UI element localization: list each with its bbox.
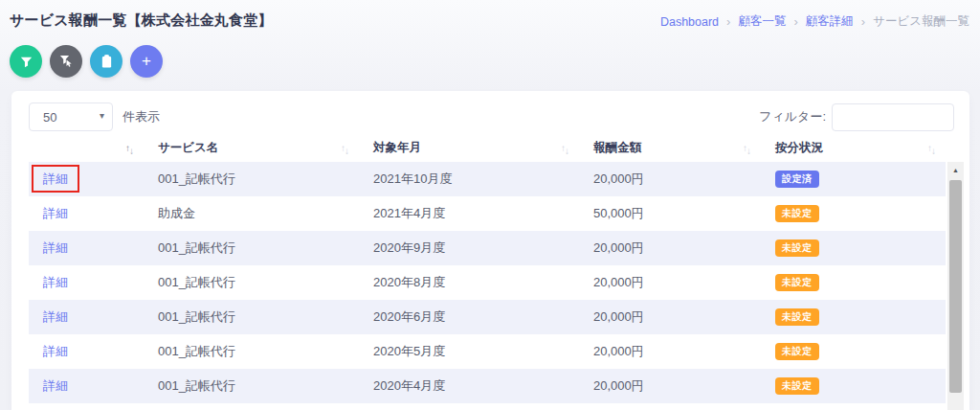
target-month-cell: 2020年6月度 [359, 300, 579, 334]
detail-link[interactable]: 詳細 [43, 274, 68, 291]
scroll-up-button[interactable]: ▲ [947, 162, 964, 178]
status-badge: 未設定 [775, 239, 819, 257]
sort-icon[interactable]: ↑↓ [561, 144, 569, 153]
filter-clear-button[interactable] [50, 45, 82, 78]
amount-cell: 20,000円 [579, 369, 761, 403]
sort-icon[interactable]: ↑↓ [125, 144, 134, 153]
detail-link[interactable]: 詳細 [43, 308, 68, 326]
detail-link[interactable]: 詳細 [43, 171, 68, 188]
column-header-amount[interactable]: 報酬金額 ↑↓ [579, 134, 761, 162]
scroll-up-arrow-icon: ▲ [952, 167, 959, 173]
service-name-cell: 001_記帳代行 [144, 334, 359, 369]
report-button[interactable] [90, 45, 122, 78]
table-body: 詳細 001_記帳代行 2021年10月度 20,000円 設定済 詳細 助成金… [29, 162, 946, 403]
target-month-cell: 2020年4月度 [359, 369, 579, 403]
breadcrumb-customer-list[interactable]: 顧客一覧 [738, 13, 786, 30]
filter-apply-button[interactable] [10, 45, 42, 78]
status-badge: 未設定 [775, 274, 819, 291]
target-month-cell: 2021年10月度 [359, 162, 579, 196]
detail-link[interactable]: 詳細 [43, 205, 68, 222]
breadcrumb-separator-icon: › [726, 14, 730, 29]
column-header-allocation-status[interactable]: 按分状況 ↑↓ [761, 134, 946, 162]
amount-cell: 20,000円 [579, 334, 761, 369]
table-row: 詳細 001_記帳代行 2020年6月度 20,000円 未設定 [29, 300, 946, 334]
table-row: 詳細 001_記帳代行 2020年5月度 20,000円 未設定 [29, 334, 946, 369]
breadcrumb-separator-icon: › [861, 14, 865, 29]
breadcrumb-dashboard[interactable]: Dashboard [660, 15, 719, 29]
target-month-cell: 2020年9月度 [359, 231, 579, 265]
status-badge: 未設定 [775, 308, 819, 326]
sort-icon[interactable]: ↑↓ [341, 144, 349, 153]
table-row: 詳細 001_記帳代行 2021年10月度 20,000円 設定済 [29, 162, 946, 196]
plus-icon: + [142, 53, 151, 69]
filter-label: フィルター: [759, 108, 826, 125]
amount-cell: 50,000円 [579, 196, 761, 231]
table-header: ↑↓ サービス名 ↑↓ 対象年月 ↑↓ 報酬金額 ↑↓ 按分状況 ↑↓ [29, 134, 946, 162]
table-scrollbar[interactable]: ▲ [947, 162, 964, 410]
status-badge: 設定済 [775, 171, 819, 188]
column-header-target-month[interactable]: 対象年月 ↑↓ [359, 134, 579, 162]
breadcrumb-separator-icon: › [793, 14, 797, 29]
table-row: 詳細 001_記帳代行 2020年9月度 20,000円 未設定 [29, 231, 946, 265]
breadcrumb-customer-detail[interactable]: 顧客詳細 [806, 13, 854, 30]
clipboard-document-icon [100, 55, 113, 68]
table-row: 詳細 助成金 2021年4月度 50,000円 未設定 [29, 196, 946, 231]
page-title: サービス報酬一覧【株式会社金丸食堂】 [10, 11, 273, 30]
filter-funnel-icon [20, 56, 33, 68]
status-badge: 未設定 [775, 377, 819, 395]
service-name-cell: 001_記帳代行 [144, 369, 359, 403]
breadcrumb-current: サービス報酬一覧 [873, 13, 969, 30]
page-length-select[interactable]: 50 [29, 102, 113, 131]
service-name-cell: 001_記帳代行 [144, 231, 359, 265]
detail-link[interactable]: 詳細 [43, 377, 68, 395]
target-month-cell: 2021年4月度 [359, 196, 579, 231]
amount-cell: 20,000円 [579, 265, 761, 300]
status-badge: 未設定 [775, 205, 819, 222]
column-header-service-name[interactable]: サービス名 ↑↓ [144, 134, 359, 162]
service-name-cell: 001_記帳代行 [144, 265, 359, 300]
table-controls: 50 ▾ 件表示 フィルター: [29, 102, 954, 131]
scrollbar-thumb[interactable] [949, 180, 962, 393]
target-month-cell: 2020年5月度 [359, 334, 579, 369]
table-row: 詳細 001_記帳代行 2020年8月度 20,000円 未設定 [29, 265, 946, 300]
service-name-cell: 001_記帳代行 [144, 162, 359, 196]
detail-link[interactable]: 詳細 [43, 343, 68, 360]
target-month-cell: 2020年8月度 [359, 265, 579, 300]
breadcrumb: Dashboard › 顧客一覧 › 顧客詳細 › サービス報酬一覧 [660, 13, 969, 30]
detail-link[interactable]: 詳細 [43, 239, 68, 257]
column-header-detail[interactable]: ↑↓ [29, 134, 144, 162]
sort-icon[interactable]: ↑↓ [743, 144, 751, 153]
amount-cell: 20,000円 [579, 231, 761, 265]
status-badge: 未設定 [775, 343, 819, 360]
filter-input[interactable] [832, 103, 954, 131]
add-new-button[interactable]: + [130, 45, 163, 78]
table-row: 詳細 001_記帳代行 2020年4月度 20,000円 未設定 [29, 369, 946, 403]
page-length-suffix: 件表示 [122, 108, 160, 125]
amount-cell: 20,000円 [579, 162, 761, 196]
service-compensation-card: 50 ▾ 件表示 フィルター: ↑↓ サービス名 ↑↓ 対象年月 ↑↓ 報酬金額… [11, 91, 969, 410]
service-name-cell: 助成金 [144, 196, 359, 231]
toolbar: + [10, 45, 163, 78]
filter-clear-cursor-icon [59, 55, 73, 68]
sort-icon[interactable]: ↑↓ [927, 144, 936, 153]
service-name-cell: 001_記帳代行 [144, 300, 359, 334]
amount-cell: 20,000円 [579, 300, 761, 334]
